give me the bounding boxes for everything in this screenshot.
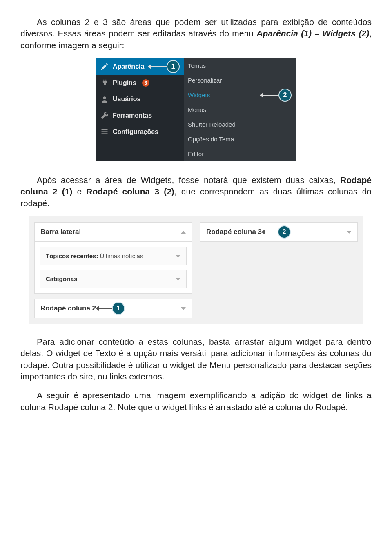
text: e [72, 187, 86, 196]
submenu-label: Editor [188, 150, 204, 158]
svg-point-0 [103, 96, 106, 99]
widget-area-rodape3-header[interactable]: Rodapé coluna 3 2 [200, 222, 358, 242]
brush-icon [100, 62, 109, 71]
widget-label: Tópicos recentes: Últimas notícias [46, 252, 143, 260]
submenu-label: Widgets [188, 91, 210, 99]
widget-categorias[interactable]: Categorias [40, 270, 187, 288]
widget-area-title: Barra lateral [40, 228, 81, 237]
chevron-down-icon [176, 278, 180, 281]
svg-rect-3 [102, 133, 108, 134]
widget-areas-right-col: Rodapé coluna 3 2 [200, 222, 358, 318]
widget-areas-left-col: Barra lateral Tópicos recentes: Últimas … [34, 222, 192, 318]
submenu-item-shutter[interactable]: Shutter Reloaded [184, 117, 296, 132]
text: Após acessar a área de Widgets, fosse no… [37, 175, 340, 185]
submenu-label: Shutter Reloaded [188, 120, 236, 129]
menu-label: Usuários [113, 95, 140, 104]
submenu-item-temas[interactable]: Temas [184, 58, 296, 73]
admin-submenu-right: Temas Personalizar Widgets 2 Menus Shutt… [184, 58, 296, 161]
widget-area-title-wrap: Rodapé coluna 2 1 [40, 302, 125, 315]
submenu-label: Menus [188, 106, 206, 114]
paragraph-4: A seguir é apresentado uma imagem exempl… [20, 390, 372, 413]
screenshot-wp-admin-menu: Aparência 1 Plugins 6 Usuários Ferrament… [96, 58, 296, 161]
menu-item-plugins[interactable]: Plugins 6 [96, 75, 184, 91]
callout-badge-1: 1 [112, 302, 125, 315]
callout-arrow: 1 [98, 302, 125, 315]
callout-badge-2: 2 [278, 225, 291, 239]
plug-icon [100, 79, 109, 87]
paragraph-1: As colunas 2 e 3 são áreas que podem ser… [20, 16, 372, 51]
menu-item-ferramentas[interactable]: Ferramentas [96, 107, 184, 124]
text-bold: Aparência (1) – Widgets (2) [256, 29, 369, 38]
callout-arrow: 1 [148, 60, 180, 73]
callout-badge-1: 1 [167, 60, 180, 73]
widget-topicos-recentes[interactable]: Tópicos recentes: Últimas notícias [40, 247, 187, 265]
widget-area-title-wrap: Rodapé coluna 3 2 [206, 225, 291, 239]
paragraph-3: Para adicionar conteúdo a estas colunas,… [20, 336, 372, 382]
admin-sidebar-left: Aparência 1 Plugins 6 Usuários Ferrament… [96, 58, 184, 161]
callout-arrow: 2 [264, 225, 291, 239]
callout-arrow: 2 [214, 89, 292, 102]
menu-item-usuarios[interactable]: Usuários [96, 91, 184, 107]
menu-item-configuracoes[interactable]: Configurações [96, 124, 184, 140]
widget-label: Categorias [46, 275, 78, 283]
submenu-item-editor[interactable]: Editor [184, 147, 296, 161]
callout-badge-2: 2 [278, 89, 292, 102]
menu-label: Plugins [113, 78, 136, 87]
text-bold: Rodapé coluna 3 (2) [86, 187, 174, 196]
menu-label: Ferramentas [113, 111, 152, 120]
chevron-down-icon [347, 231, 352, 234]
svg-rect-1 [102, 129, 108, 130]
wrench-icon [100, 112, 109, 120]
screenshot-widget-areas: Barra lateral Tópicos recentes: Últimas … [29, 216, 363, 324]
submenu-item-widgets[interactable]: Widgets 2 [184, 88, 296, 103]
widget-name: Tópicos recentes: [46, 252, 98, 259]
chevron-up-icon [181, 231, 186, 234]
chevron-down-icon [176, 255, 180, 258]
user-icon [100, 95, 109, 103]
submenu-label: Opções do Tema [188, 135, 234, 143]
submenu-item-menus[interactable]: Menus [184, 103, 296, 117]
chevron-down-icon [181, 307, 186, 310]
widget-area-rodape2-header[interactable]: Rodapé coluna 2 1 [34, 299, 192, 318]
widget-area-title: Rodapé coluna 2 [40, 304, 96, 313]
update-count-badge: 6 [142, 79, 149, 87]
widget-name: Categorias [46, 275, 78, 282]
paragraph-2: Após acessar a área de Widgets, fosse no… [20, 174, 372, 209]
svg-rect-2 [102, 131, 108, 132]
widget-area-barra-lateral-header[interactable]: Barra lateral [34, 222, 192, 242]
submenu-label: Temas [188, 62, 206, 70]
menu-label: Configurações [113, 127, 158, 136]
submenu-item-personalizar[interactable]: Personalizar [184, 73, 296, 88]
submenu-item-opcoes-tema[interactable]: Opções do Tema [184, 132, 296, 147]
widget-area-barra-lateral-body: Tópicos recentes: Últimas notícias Categ… [34, 242, 192, 294]
menu-item-aparencia[interactable]: Aparência 1 [96, 58, 184, 75]
widget-title-value: Últimas notícias [100, 252, 143, 259]
widget-area-title: Rodapé coluna 3 [206, 228, 262, 237]
submenu-label: Personalizar [188, 76, 222, 85]
sliders-icon [100, 128, 109, 136]
menu-label: Aparência [113, 62, 144, 71]
